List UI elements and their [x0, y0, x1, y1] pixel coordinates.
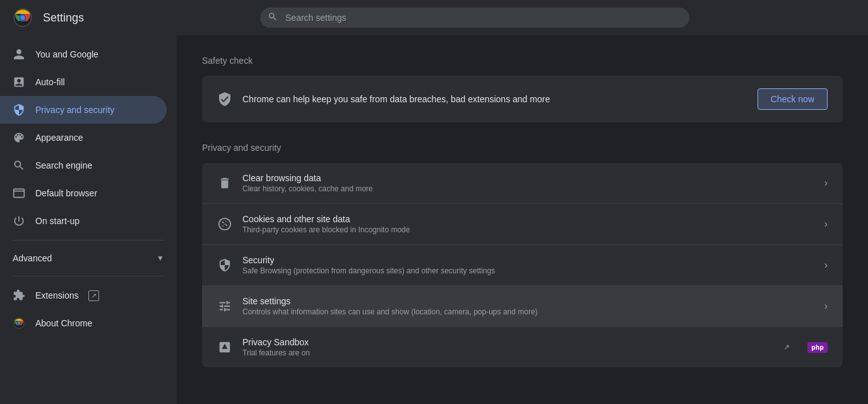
topbar: Settings [0, 0, 868, 35]
safety-check-title: Safety check [202, 56, 843, 66]
on-startup-label: On start-up [35, 216, 80, 226]
site-settings-title: Site settings [242, 296, 814, 306]
sidebar-divider-2 [13, 276, 164, 276]
you-and-google-label: You and Google [35, 49, 98, 59]
safety-shield-icon [217, 92, 232, 107]
arrow-right-icon-3: › [824, 300, 828, 312]
advanced-label: Advanced [13, 253, 52, 263]
svg-rect-4 [14, 189, 25, 197]
security-subtitle: Safe Browsing (protection from dangerous… [242, 266, 814, 275]
search-engine-icon [13, 159, 25, 172]
sidebar-item-privacy-security[interactable]: Privacy and security [0, 96, 167, 124]
about-chrome-icon [13, 317, 25, 330]
trash-icon [217, 175, 232, 191]
privacy-security-label: Privacy and security [35, 105, 114, 115]
security-title: Security [242, 255, 814, 265]
default-browser-icon [13, 187, 25, 199]
chrome-logo-icon [13, 8, 33, 28]
privacy-sandbox-subtitle: Trial features are on [242, 348, 773, 357]
shield-icon [13, 104, 25, 116]
privacy-security-list: Clear browsing data Clear history, cooki… [202, 163, 843, 367]
privacy-sandbox-title: Privacy Sandbox [242, 337, 773, 347]
safety-check-card: Chrome can help keep you safe from data … [202, 76, 843, 122]
person-icon [13, 48, 25, 61]
power-icon [13, 215, 25, 227]
svg-point-8 [18, 322, 20, 324]
check-now-button[interactable]: Check now [758, 88, 828, 110]
palette-icon [13, 131, 25, 144]
sidebar-item-extensions[interactable]: Extensions ↗ [0, 282, 167, 309]
search-input[interactable] [260, 8, 689, 28]
cookie-icon [217, 217, 232, 232]
search-bar-icon [268, 12, 278, 24]
security-shield-icon [217, 258, 232, 273]
main-layout: You and Google Auto-fill Privacy and sec… [0, 35, 868, 404]
arrow-right-icon-0: › [824, 177, 828, 189]
svg-point-10 [222, 222, 224, 223]
extensions-icon [13, 289, 25, 302]
site-settings-subtitle: Controls what information sites can use … [242, 307, 814, 316]
arrow-right-icon-2: › [824, 259, 828, 271]
site-settings-icon [217, 299, 232, 314]
svg-point-3 [20, 15, 25, 20]
privacy-item-cookies[interactable]: Cookies and other site data Third-party … [202, 204, 843, 245]
sidebar-item-on-startup[interactable]: On start-up [0, 207, 167, 235]
clear-browsing-data-title: Clear browsing data [242, 173, 814, 183]
sidebar-item-autofill[interactable]: Auto-fill [0, 68, 167, 96]
sidebar-item-you-and-google[interactable]: You and Google [0, 40, 167, 68]
privacy-item-clear-browsing-data[interactable]: Clear browsing data Clear history, cooki… [202, 163, 843, 204]
svg-point-14 [224, 223, 225, 225]
autofill-icon [13, 76, 25, 88]
security-content: Security Safe Browsing (protection from … [242, 255, 814, 275]
svg-point-11 [225, 221, 227, 222]
sandbox-icon [217, 340, 232, 355]
extensions-label: Extensions [35, 290, 78, 300]
external-link-icon: ↗ [88, 290, 99, 301]
sidebar-item-default-browser[interactable]: Default browser [0, 179, 167, 207]
sidebar-divider [13, 240, 164, 241]
privacy-security-section-title: Privacy and security [202, 143, 843, 153]
privacy-item-privacy-sandbox[interactable]: Privacy Sandbox Trial features are on ↗ … [202, 327, 843, 367]
sidebar-item-about-chrome[interactable]: About Chrome [0, 309, 167, 337]
cookies-subtitle: Third-party cookies are blocked in Incog… [242, 225, 814, 234]
search-bar-container [260, 8, 689, 28]
sidebar-item-appearance[interactable]: Appearance [0, 124, 167, 152]
sidebar-advanced-section[interactable]: Advanced ▼ [0, 246, 177, 271]
default-browser-label: Default browser [35, 188, 97, 198]
privacy-sandbox-content: Privacy Sandbox Trial features are on [242, 337, 773, 357]
content-area: Safety check Chrome can help keep you sa… [177, 35, 868, 404]
sidebar-item-search-engine[interactable]: Search engine [0, 152, 167, 179]
svg-point-13 [222, 225, 223, 227]
privacy-item-security[interactable]: Security Safe Browsing (protection from … [202, 245, 843, 286]
php-badge: php [807, 342, 828, 353]
search-engine-label: Search engine [35, 160, 92, 170]
cookies-content: Cookies and other site data Third-party … [242, 214, 814, 234]
site-settings-content: Site settings Controls what information … [242, 296, 814, 316]
settings-title: Settings [43, 11, 84, 25]
about-chrome-label: About Chrome [35, 318, 92, 328]
chevron-down-icon: ▼ [157, 254, 164, 263]
autofill-label: Auto-fill [35, 77, 65, 87]
clear-browsing-data-content: Clear browsing data Clear history, cooki… [242, 173, 814, 193]
svg-point-12 [225, 224, 227, 226]
privacy-item-site-settings[interactable]: Site settings Controls what information … [202, 286, 843, 327]
cookies-title: Cookies and other site data [242, 214, 814, 224]
external-link-icon-sandbox: ↗ [783, 343, 790, 352]
appearance-label: Appearance [35, 133, 83, 143]
sidebar: You and Google Auto-fill Privacy and sec… [0, 35, 177, 404]
arrow-right-icon-1: › [824, 218, 828, 230]
safety-check-description: Chrome can help keep you safe from data … [242, 94, 747, 104]
clear-browsing-data-subtitle: Clear history, cookies, cache and more [242, 184, 814, 193]
